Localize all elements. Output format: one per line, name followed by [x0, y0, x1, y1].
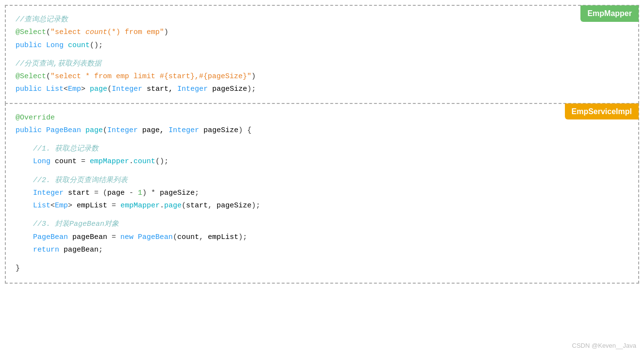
- comment-line-4: //2. 获取分页查询结果列表: [16, 174, 628, 187]
- spacer-4: [16, 212, 628, 218]
- emplist-line: List<Emp> empList = empMapper.page(start…: [16, 200, 628, 212]
- emp-mapper-badge: EmpMapper: [580, 5, 639, 22]
- count-line: Long count = empMapper.count();: [16, 155, 628, 168]
- watermark: CSDN @Keven__Java: [572, 341, 636, 351]
- spacer-1: [16, 52, 628, 58]
- select-annotation-1: @Select("select count(*) from emp"): [16, 26, 628, 39]
- comment-line-1: //查询总记录数: [16, 14, 628, 26]
- pagebean-line: PageBean pageBean = new PageBean(count, …: [16, 231, 628, 244]
- emp-service-impl-badge: EmpServiceImpl: [565, 103, 639, 120]
- emp-service-impl-block: EmpServiceImpl @Override public PageBean…: [5, 103, 639, 284]
- emp-mapper-block: EmpMapper //查询总记录数 @Select("select count…: [5, 5, 639, 104]
- spacer-5: [16, 256, 628, 262]
- comment-line-5: //3. 封装PageBean对象: [16, 218, 628, 231]
- method-page-mapper: public List<Emp> page(Integer start, Int…: [16, 83, 628, 96]
- comment-line-2: //分页查询,获取列表数据: [16, 58, 628, 70]
- return-line: return pageBean;: [16, 244, 628, 256]
- close-brace: }: [16, 262, 628, 275]
- method-count: public Long count();: [16, 39, 628, 52]
- override-annotation: @Override: [16, 112, 628, 124]
- select-annotation-2: @Select("select * from emp limit #{start…: [16, 70, 628, 83]
- method-page-service: public PageBean page(Integer page, Integ…: [16, 124, 628, 137]
- start-line: Integer start = (page - 1) * pageSize;: [16, 187, 628, 200]
- spacer-2: [16, 137, 628, 143]
- comment-line-3: //1. 获取总记录数: [16, 143, 628, 155]
- spacer-3: [16, 169, 628, 174]
- page-wrapper: EmpMapper //查询总记录数 @Select("select count…: [0, 0, 644, 356]
